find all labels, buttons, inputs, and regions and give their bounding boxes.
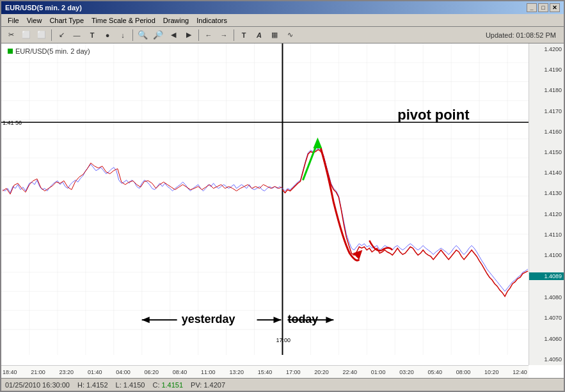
toolbar-bars[interactable]: ▦ <box>267 29 282 42</box>
close-label: C: <box>152 381 159 389</box>
chart-symbol-label: EUR/USD(5 min. 2 day) <box>8 47 90 55</box>
title-bar: EUR/USD(5 min. 2 day) _ □ ✕ <box>1 1 564 14</box>
toolbar-cursor[interactable]: ↙ <box>54 29 68 42</box>
time-18-40: 18:40 <box>3 369 17 375</box>
time-axis: 18:40 21:00 23:20 01:40 04:00 06:20 08:4… <box>1 365 529 378</box>
toolbar: ✂ ⬜ ⬜ ↙ — T ● ↓ 🔍 🔎 ◀ ▶ ← → T A ▦ ∿ Upda… <box>1 27 564 43</box>
time-01-40: 01:40 <box>88 369 102 375</box>
high-value: 1.4152 <box>86 381 108 389</box>
datetime-value: 01/25/2010 16:30:00 <box>5 381 70 389</box>
price-1.4170: 1.4170 <box>529 108 564 114</box>
price-1.4050: 1.4050 <box>529 356 564 363</box>
toolbar-line[interactable]: — <box>70 29 84 42</box>
price-1.4140: 1.4140 <box>529 169 564 176</box>
toolbar-zoom-out[interactable]: 🔎 <box>151 29 165 42</box>
toolbar-circle[interactable]: ● <box>100 29 115 42</box>
toolbar-sep-4 <box>234 29 234 41</box>
chart-plot-area[interactable]: pivot point yesterday today 17:00 1.4 <box>1 43 529 355</box>
toolbar-text[interactable]: T <box>85 29 99 42</box>
toolbar-right-arrow[interactable]: → <box>217 29 231 42</box>
menu-view[interactable]: View <box>23 15 46 26</box>
price-1.4180: 1.4180 <box>529 87 564 93</box>
time-22-40: 22:40 <box>343 369 358 375</box>
status-bar: 01/25/2010 16:30:00 H: 1.4152 L: 1.4150 … <box>1 378 564 391</box>
price-1.4190: 1.4190 <box>529 67 564 73</box>
toolbar-down-arrow[interactable]: ↓ <box>116 29 130 42</box>
time-10-20: 10:20 <box>484 369 499 375</box>
status-datetime: 01/25/2010 16:30:00 <box>5 381 70 389</box>
time-11-00: 11:00 <box>201 369 216 375</box>
time-06-20: 06:20 <box>144 369 159 375</box>
toolbar-zoom-in[interactable]: 🔍 <box>136 29 150 42</box>
window-title: EUR/USD(5 min. 2 day) <box>5 4 82 12</box>
toolbar-sep-3 <box>198 29 199 41</box>
price-1.4120: 1.4120 <box>529 211 564 217</box>
time-13-20: 13:20 <box>229 369 244 375</box>
low-label: L: <box>116 381 122 389</box>
toolbar-forward[interactable]: ▶ <box>182 29 196 42</box>
chart-area: EUR/USD(5 min. 2 day) <box>1 43 564 378</box>
price-axis: 1.4200 1.4190 1.4180 1.4170 1.4160 1.415… <box>529 43 564 365</box>
price-1.4070: 1.4070 <box>529 315 564 321</box>
svg-rect-0 <box>1 43 529 355</box>
toolbar-sep-2 <box>132 29 133 41</box>
price-1.4110: 1.4110 <box>529 231 564 238</box>
time-12-40: 12:40 <box>513 369 527 375</box>
symbol-text: EUR/USD(5 min. 2 day) <box>15 47 90 55</box>
price-1.4130: 1.4130 <box>529 190 564 196</box>
price-1.4160: 1.4160 <box>529 129 564 135</box>
price-1.4100: 1.4100 <box>529 252 564 258</box>
svg-text:1.41 56: 1.41 56 <box>3 120 22 126</box>
toolbar-text2[interactable]: T <box>237 29 251 42</box>
status-close: C: 1.4151 <box>152 381 183 389</box>
toolbar-scissors[interactable]: ✂ <box>4 29 18 42</box>
chart-svg: pivot point yesterday today 17:00 1.4 <box>1 43 529 355</box>
toolbar-open[interactable]: ⬜ <box>35 29 49 42</box>
price-1.4200: 1.4200 <box>529 46 564 52</box>
menu-drawing[interactable]: Drawing <box>159 15 193 26</box>
toolbar-new[interactable]: ⬜ <box>19 29 33 42</box>
price-1.4150: 1.4150 <box>529 149 564 155</box>
time-15-40: 15:40 <box>258 369 273 375</box>
svg-text:today: today <box>287 313 318 325</box>
menu-bar: File View Chart Type Time Scale & Period… <box>1 14 564 27</box>
high-label: H: <box>77 381 84 389</box>
menu-time-scale[interactable]: Time Scale & Period <box>88 15 159 26</box>
toolbar-wave[interactable]: ∿ <box>283 29 297 42</box>
time-21-00: 21:00 <box>31 369 45 375</box>
time-17-00: 17:00 <box>286 369 301 375</box>
time-08-00: 08:00 <box>456 369 471 375</box>
menu-indicators[interactable]: Indicators <box>193 15 231 26</box>
time-05-40: 05:40 <box>427 369 442 375</box>
status-low: L: 1.4150 <box>116 381 145 389</box>
toolbar-annotate[interactable]: A <box>252 29 266 42</box>
price-1.4080: 1.4080 <box>529 294 564 301</box>
price-1.4060: 1.4060 <box>529 336 564 342</box>
menu-chart-type[interactable]: Chart Type <box>45 15 88 26</box>
toolbar-back[interactable]: ◀ <box>166 29 180 42</box>
toolbar-sep-1 <box>51 29 52 41</box>
time-01-00: 01:00 <box>371 369 386 375</box>
maximize-button[interactable]: □ <box>538 3 548 12</box>
time-23-20: 23:20 <box>60 369 74 375</box>
time-08-40: 08:40 <box>173 369 187 375</box>
svg-text:pivot point: pivot point <box>397 107 470 123</box>
price-1.4089-active: 1.4089 <box>529 272 564 280</box>
svg-text:17:00: 17:00 <box>276 337 290 343</box>
menu-file[interactable]: File <box>4 15 23 26</box>
status-high: H: 1.4152 <box>77 381 108 389</box>
pv-value: 1.4207 <box>203 381 225 389</box>
low-value: 1.4150 <box>123 381 145 389</box>
close-value: 1.4151 <box>161 381 183 389</box>
toolbar-left-arrow[interactable]: ← <box>202 29 216 42</box>
updated-label: Updated: 01:08:52 PM <box>486 31 561 39</box>
time-20-20: 20:20 <box>314 369 329 375</box>
close-button[interactable]: ✕ <box>550 3 560 12</box>
main-window: EUR/USD(5 min. 2 day) _ □ ✕ File View Ch… <box>0 0 565 392</box>
minimize-button[interactable]: _ <box>527 3 537 12</box>
pv-label: PV: <box>191 381 202 389</box>
window-controls: _ □ ✕ <box>527 3 560 12</box>
svg-text:yesterday: yesterday <box>182 313 235 325</box>
time-03-20: 03:20 <box>399 369 414 375</box>
symbol-dot <box>8 49 13 54</box>
